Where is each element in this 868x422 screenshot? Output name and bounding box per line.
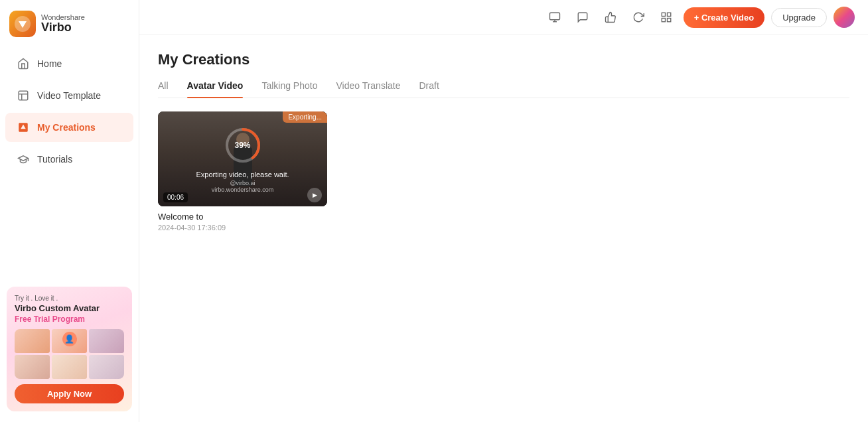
promo-img-2: 👤 (52, 329, 87, 353)
promo-card: Try it . Love it . Virbo Custom Avatar F… (7, 287, 132, 411)
svg-rect-10 (667, 19, 670, 22)
progress-text: 39% (234, 141, 250, 150)
video-date: 2024-04-30 17:36:09 (158, 224, 327, 232)
duration-badge: 00:06 (163, 192, 188, 202)
grid-icon[interactable] (656, 7, 677, 28)
tab-draft[interactable]: Draft (419, 80, 439, 98)
logo-icon (9, 11, 36, 37)
like-icon[interactable] (600, 7, 621, 28)
svg-rect-7 (662, 13, 665, 16)
promo-images: 👤 (15, 329, 124, 379)
svg-rect-1 (19, 91, 28, 100)
tab-talking-photo[interactable]: Talking Photo (261, 80, 317, 98)
logo-area: Wondershare Virbo (0, 0, 139, 48)
creations-icon (16, 120, 31, 135)
template-icon (16, 88, 31, 103)
sidebar-template-label: Video Template (37, 90, 101, 101)
tab-video-translate[interactable]: Video Translate (336, 80, 400, 98)
sidebar-tutorials-label: Tutorials (37, 154, 72, 165)
home-icon (16, 56, 31, 71)
svg-rect-9 (662, 19, 665, 22)
promo-img-6 (89, 355, 124, 379)
user-avatar[interactable] (833, 7, 855, 28)
promo-title: Virbo Custom Avatar (15, 303, 124, 313)
topbar: + Create Video Upgrade (139, 0, 868, 35)
promo-subtitle: Free Trial Program (15, 315, 124, 324)
page-title: My Creations (158, 51, 849, 68)
tabs: All Avatar Video Talking Photo Video Tra… (158, 80, 849, 98)
promo-try-label: Try it . Love it . (15, 295, 124, 302)
tab-avatar-video[interactable]: Avatar Video (187, 80, 244, 98)
upgrade-button[interactable]: Upgrade (771, 8, 827, 27)
refresh-icon[interactable] (628, 7, 649, 28)
sidebar-item-video-template[interactable]: Video Template (5, 81, 133, 110)
video-thumbnail[interactable]: Exporting... 39% Exporting video, please… (158, 111, 327, 206)
main-area: + Create Video Upgrade My Creations All … (139, 0, 868, 422)
promo-img-5 (52, 355, 87, 379)
promo-img-3 (89, 329, 124, 353)
progress-ring: 39% (223, 125, 263, 165)
svg-rect-8 (667, 13, 670, 16)
tutorials-icon (16, 152, 31, 167)
sidebar: Wondershare Virbo Home Video Template My… (0, 0, 139, 422)
sidebar-home-label: Home (37, 58, 62, 69)
create-video-button[interactable]: + Create Video (684, 7, 764, 28)
export-badge: Exporting... (283, 111, 327, 123)
export-submsg: @virbo.aivirbo.wondershare.com (212, 180, 274, 193)
video-grid: Exporting... 39% Exporting video, please… (158, 111, 849, 232)
avatar-icon: 👤 (62, 332, 77, 346)
sidebar-item-my-creations[interactable]: My Creations (5, 113, 133, 142)
logo-name: Virbo (41, 21, 85, 35)
logo-text: Wondershare Virbo (41, 13, 85, 35)
svg-rect-4 (549, 13, 559, 20)
video-card: Exporting... 39% Exporting video, please… (158, 111, 327, 232)
play-button[interactable]: ▶ (307, 188, 322, 202)
apply-now-button[interactable]: Apply Now (15, 384, 124, 403)
sidebar-item-tutorials[interactable]: Tutorials (5, 145, 133, 174)
video-title: Welcome to (158, 212, 327, 222)
sidebar-item-home[interactable]: Home (5, 49, 133, 78)
screen-icon[interactable] (544, 7, 565, 28)
tab-all[interactable]: All (158, 80, 169, 98)
chat-icon[interactable] (572, 7, 593, 28)
promo-img-4 (15, 355, 50, 379)
sidebar-creations-label: My Creations (37, 122, 96, 133)
export-message: Exporting video, please wait. (196, 171, 289, 178)
content-area: My Creations All Avatar Video Talking Ph… (139, 35, 868, 422)
promo-img-1 (15, 329, 50, 353)
